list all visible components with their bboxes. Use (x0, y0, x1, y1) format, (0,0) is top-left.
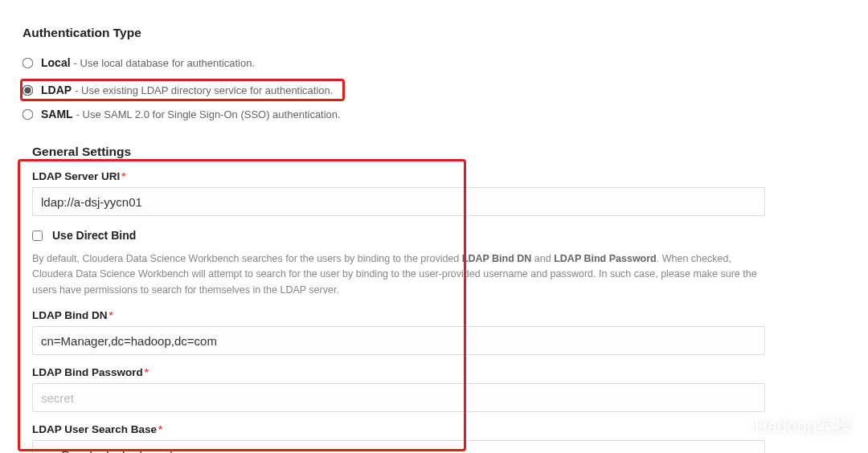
auth-type-heading: Authentication Type (23, 26, 845, 40)
ldap-bind-dn-label: LDAP Bind DN* (32, 309, 845, 321)
ldap-server-uri-label: LDAP Server URI* (32, 170, 845, 182)
auth-option-saml-label: SAML (41, 108, 73, 120)
highlight-ldap-option: LDAP - Use existing LDAP directory servi… (20, 79, 345, 101)
ldap-bind-dn-input[interactable] (32, 326, 765, 355)
radio-local[interactable] (23, 57, 34, 68)
watermark: Hadoop实操 (724, 414, 852, 439)
direct-bind-help-text: By default, Cloudera Data Science Workbe… (32, 251, 764, 298)
use-direct-bind-checkbox[interactable] (32, 231, 43, 241)
auth-option-ldap-desc: - Use existing LDAP directory service fo… (75, 84, 333, 96)
auth-option-ldap-label: LDAP (41, 84, 72, 96)
auth-option-saml[interactable]: SAML - Use SAML 2.0 for Single Sign-On (… (23, 106, 845, 122)
use-direct-bind-row[interactable]: Use Direct Bind (32, 229, 845, 242)
general-settings-heading: General Settings (32, 145, 845, 159)
ldap-bind-password-label: LDAP Bind Password* (32, 366, 845, 378)
auth-option-ldap[interactable]: LDAP - Use existing LDAP directory servi… (23, 84, 338, 96)
radio-ldap[interactable] (23, 84, 34, 96)
wechat-icon (724, 414, 748, 439)
ldap-bind-password-input[interactable] (32, 383, 765, 412)
ldap-user-search-base-input[interactable] (32, 440, 765, 453)
auth-option-saml-desc: - Use SAML 2.0 for Single Sign-On (SSO) … (76, 108, 341, 120)
radio-saml[interactable] (23, 108, 34, 120)
ldap-server-uri-input[interactable] (32, 187, 765, 216)
auth-option-local-desc: - Use local database for authentication. (74, 57, 255, 69)
use-direct-bind-label: Use Direct Bind (52, 229, 136, 242)
auth-option-local[interactable]: Local - Use local database for authentic… (23, 55, 845, 71)
watermark-text: Hadoop实操 (755, 414, 852, 439)
auth-option-local-label: Local (41, 56, 71, 69)
